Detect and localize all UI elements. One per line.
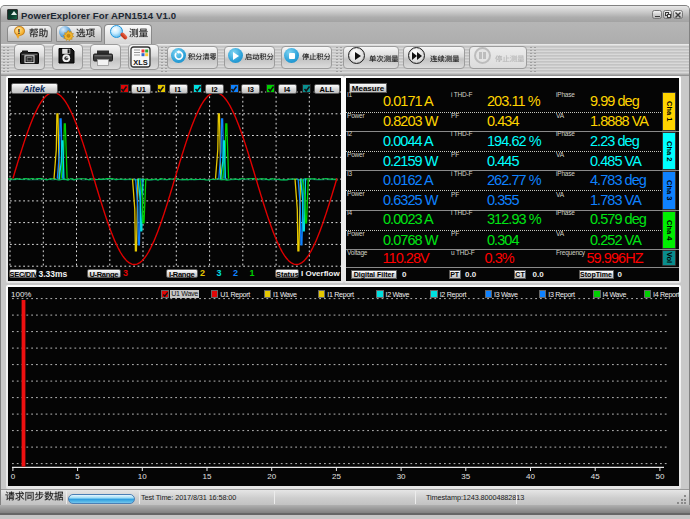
svg-text:40: 40 [526,472,535,481]
svg-text:10: 10 [138,472,147,481]
svg-text:45: 45 [591,472,600,481]
svg-text:0: 0 [11,472,16,481]
svg-text:20: 20 [267,472,276,481]
svg-text:15: 15 [203,472,212,481]
svg-text:35: 35 [461,472,470,481]
svg-text:5: 5 [75,472,80,481]
svg-text:100%: 100% [11,290,31,299]
svg-text:30: 30 [397,472,406,481]
svg-text:25: 25 [332,472,341,481]
svg-text:XLS: XLS [133,57,148,66]
svg-text:50: 50 [655,472,664,481]
